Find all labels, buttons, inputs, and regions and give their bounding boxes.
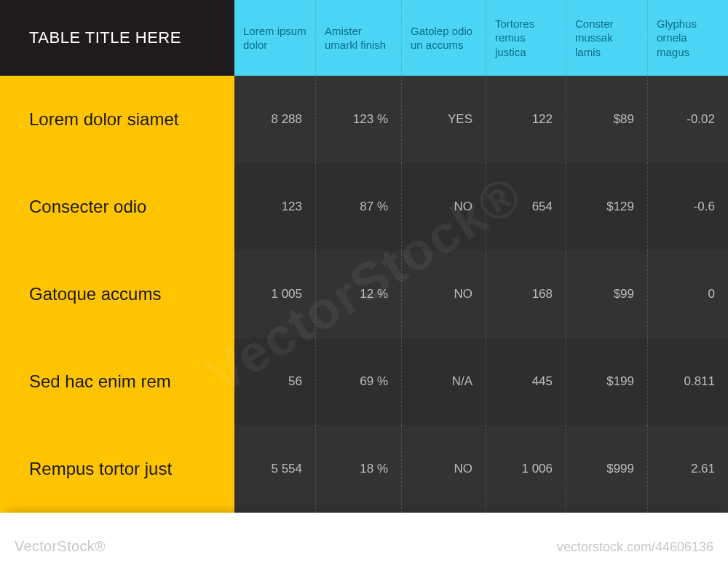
cell-value: NO: [402, 163, 486, 251]
cell-value: 18 %: [316, 425, 402, 513]
cell-value: $129: [566, 163, 648, 251]
column-header-2: Amister umarkl finish: [316, 0, 402, 76]
cell-value: $99: [566, 251, 648, 338]
cell-value: 123: [234, 163, 316, 251]
table-row: Gatoque accums 1 005 12 % NO 168 $99 0: [0, 251, 728, 338]
cell-value: YES: [402, 76, 486, 163]
table-header-row: TABLE TITLE HERE Lorem ipsum dolor Amist…: [0, 0, 728, 76]
table-row: Lorem dolor siamet 8 288 123 % YES 122 $…: [0, 76, 728, 163]
table-title: TABLE TITLE HERE: [0, 0, 234, 76]
cell-value: $89: [566, 76, 648, 163]
cell-value: 56: [234, 338, 316, 425]
watermark-brand-text: VectorStock®: [15, 538, 106, 554]
cell-value: NO: [402, 251, 486, 338]
cell-value: 654: [486, 163, 566, 251]
cell-value: NO: [402, 425, 486, 513]
cell-value: 8 288: [234, 76, 316, 163]
cell-value: 12 %: [316, 251, 402, 338]
cell-value: $199: [566, 338, 648, 425]
watermark-brand: VectorStock®: [15, 538, 106, 555]
cell-value: 122: [486, 76, 566, 163]
cell-value: 87 %: [316, 163, 402, 251]
cell-value: -0.6: [648, 163, 728, 251]
row-label: Consecter odio: [0, 163, 234, 251]
cell-value: 1 006: [486, 425, 566, 513]
table-row: Consecter odio 123 87 % NO 654 $129 -0.6: [0, 163, 728, 251]
watermark-id: vectorstock.com/44606136: [557, 540, 713, 555]
column-header-1: Lorem ipsum dolor: [234, 0, 316, 76]
table-frame: TABLE TITLE HERE Lorem ipsum dolor Amist…: [0, 0, 728, 568]
column-header-6: Glyphus ornela magus: [648, 0, 728, 76]
table-row: Rempus tortor just 5 554 18 % NO 1 006 $…: [0, 425, 728, 513]
cell-value: -0.02: [648, 76, 728, 163]
cell-value: 168: [486, 251, 566, 338]
cell-value: 2.61: [648, 425, 728, 513]
cell-value: 1 005: [234, 251, 316, 338]
data-table: TABLE TITLE HERE Lorem ipsum dolor Amist…: [0, 0, 728, 513]
column-header-3: Gatolep odio un accums: [402, 0, 486, 76]
cell-value: 123 %: [316, 76, 402, 163]
table-row: Sed hac enim rem 56 69 % N/A 445 $199 0.…: [0, 338, 728, 425]
cell-value: 5 554: [234, 425, 316, 513]
cell-value: $999: [566, 425, 648, 513]
column-header-5: Conster mussak lamis: [566, 0, 648, 76]
cell-value: 69 %: [316, 338, 402, 425]
row-label: Gatoque accums: [0, 251, 234, 338]
footer-bar: VectorStock® vectorstock.com/44606136: [0, 513, 728, 568]
row-label: Lorem dolor siamet: [0, 76, 234, 163]
cell-value: 0: [648, 251, 728, 338]
cell-value: 445: [486, 338, 566, 425]
column-header-4: Tortores remus justica: [486, 0, 566, 76]
row-label: Rempus tortor just: [0, 425, 234, 513]
row-label: Sed hac enim rem: [0, 338, 234, 425]
cell-value: N/A: [402, 338, 486, 425]
cell-value: 0.811: [648, 338, 728, 425]
